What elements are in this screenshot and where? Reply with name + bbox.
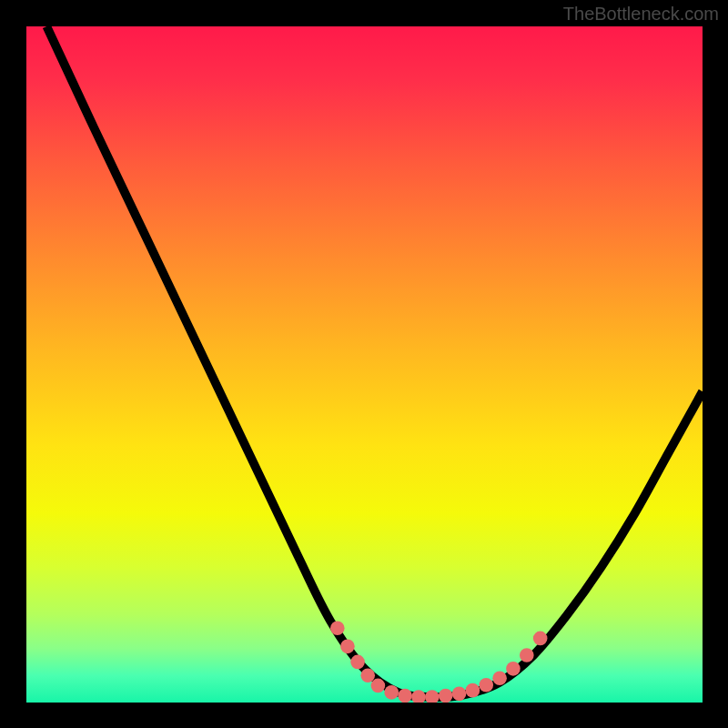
highlight-dot	[533, 632, 548, 646]
highlight-dot	[360, 668, 375, 682]
chart-plot-area	[26, 26, 703, 703]
highlight-dot	[506, 662, 521, 676]
highlight-dot	[330, 621, 345, 635]
highlight-dots-group	[330, 621, 548, 703]
highlight-dot	[371, 679, 386, 693]
highlight-dot	[452, 687, 467, 702]
highlight-dot	[340, 640, 355, 654]
highlight-dot	[411, 690, 426, 703]
highlight-dot	[492, 671, 507, 685]
highlight-dot	[384, 685, 399, 700]
highlight-dot	[439, 689, 453, 703]
highlight-dot	[425, 690, 440, 703]
attribution-text: TheBottleneck.com	[563, 4, 719, 25]
highlight-dot	[350, 655, 365, 670]
highlight-dot	[398, 689, 412, 703]
chart-dots-svg	[26, 26, 703, 703]
highlight-dot	[479, 678, 493, 693]
highlight-dot	[520, 648, 534, 662]
highlight-dot	[466, 683, 480, 698]
